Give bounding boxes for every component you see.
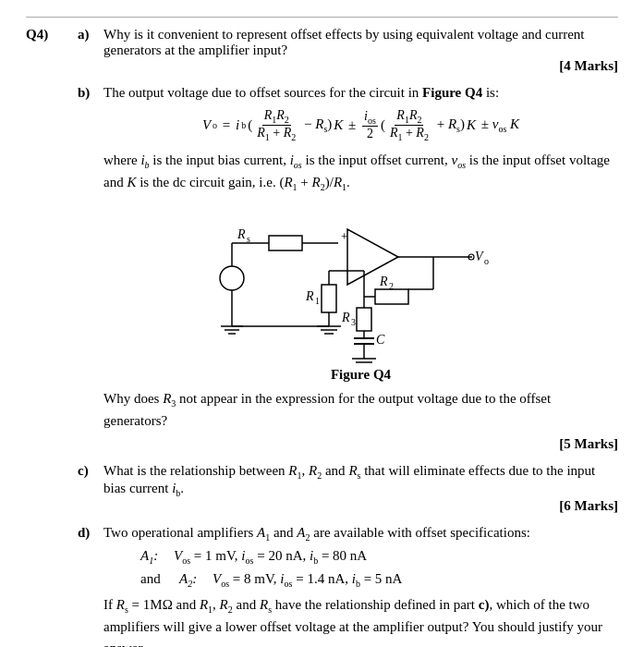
part-d-intro: Two operational amplifiers A1 and A2 are… (103, 525, 618, 543)
part-c-content: What is the relationship between R1, R2 … (103, 463, 618, 518)
question-header: Q4) a) Why is it convenient to represent… (26, 27, 618, 78)
fig-caption: Figure Q4 (103, 367, 618, 383)
circuit-diagram: R s + V o (103, 201, 618, 363)
ib-symbol: i (236, 117, 239, 133)
part-a-letter: a) (78, 27, 103, 78)
svg-marker-6 (347, 229, 398, 285)
part-c-marks: [6 Marks] (103, 498, 618, 514)
svg-text:2: 2 (389, 281, 394, 291)
vo-sub: o (213, 120, 217, 130)
and-label: and (140, 571, 168, 587)
svg-rect-3 (269, 236, 302, 250)
part-b-letter: b) (78, 85, 103, 456)
svg-text:+: + (341, 229, 347, 243)
svg-text:o: o (484, 256, 489, 266)
part-a-content: Why is it convenient to represent offset… (103, 27, 618, 78)
part-d-row: d) Two operational amplifiers A1 and A2 … (26, 525, 618, 647)
formula-block: Vo = ib ( R1R2 R1 + R2 − Rs) K ± ios 2 (103, 108, 618, 142)
part-a-marks: [4 Marks] (103, 58, 618, 74)
specs-block: A1: Vos = 1 mV, ios = 20 nA, ib = 80 nA … (140, 548, 618, 589)
a1-spec-row: A1: Vos = 1 mV, ios = 20 nA, ib = 80 nA (140, 548, 618, 566)
a2-specs: Vos = 8 mV, ios = 1.4 nA, ib = 5 nA (213, 571, 402, 589)
svg-rect-37 (357, 308, 371, 331)
part-b-explanation: where ib is the input bias current, ios … (103, 150, 618, 194)
svg-text:V: V (475, 250, 484, 263)
svg-text:3: 3 (351, 317, 356, 327)
a2-label: A2: (179, 571, 207, 589)
svg-text:R: R (341, 311, 350, 324)
part-d-final: If Rs = 1MΩ and R1, R2 and Rs have the r… (103, 594, 618, 647)
svg-text:R: R (237, 227, 246, 241)
svg-text:R: R (379, 275, 388, 288)
circuit-svg: R s + V o (204, 201, 518, 363)
part-b-marks: [5 Marks] (103, 436, 618, 452)
svg-text:R: R (305, 289, 314, 303)
svg-rect-29 (375, 289, 408, 304)
formula-line: Vo = ib ( R1R2 R1 + R2 − Rs) K ± ios 2 (103, 108, 618, 142)
svg-text:s: s (247, 234, 250, 244)
part-c-row: c) What is the relationship between R1, … (26, 463, 618, 518)
vo-symbol: V (202, 117, 211, 133)
part-b-intro: The output voltage due to offset sources… (103, 85, 499, 100)
svg-rect-13 (322, 285, 336, 312)
frac-ios: ios 2 (362, 109, 378, 141)
part-b-content: The output voltage due to offset sources… (103, 85, 618, 456)
svg-text:C: C (376, 333, 385, 347)
part-d-letter: d) (78, 525, 103, 647)
part-c-text: What is the relationship between R1, R2 … (103, 463, 595, 495)
a1-label: A1: (140, 548, 168, 566)
question-number: Q4) (26, 27, 70, 78)
page: Q4) a) Why is it convenient to represent… (0, 0, 644, 647)
svg-point-21 (220, 266, 244, 290)
part-c-letter: c) (78, 463, 103, 518)
frac1: R1R2 R1 + R2 (255, 108, 298, 142)
a2-spec-row: and A2: Vos = 8 mV, ios = 1.4 nA, ib = 5… (140, 571, 618, 589)
svg-text:1: 1 (315, 296, 320, 306)
frac2: R1R2 R1 + R2 (388, 108, 431, 142)
a1-specs: Vos = 1 mV, ios = 20 nA, ib = 80 nA (174, 548, 367, 566)
part-a-text: Why is it convenient to represent offset… (103, 27, 585, 57)
top-divider (26, 17, 618, 18)
part-d-content: Two operational amplifiers A1 and A2 are… (103, 525, 618, 647)
why-text: Why does R3 not appear in the expression… (103, 388, 618, 432)
part-b-row: b) The output voltage due to offset sour… (26, 85, 618, 456)
